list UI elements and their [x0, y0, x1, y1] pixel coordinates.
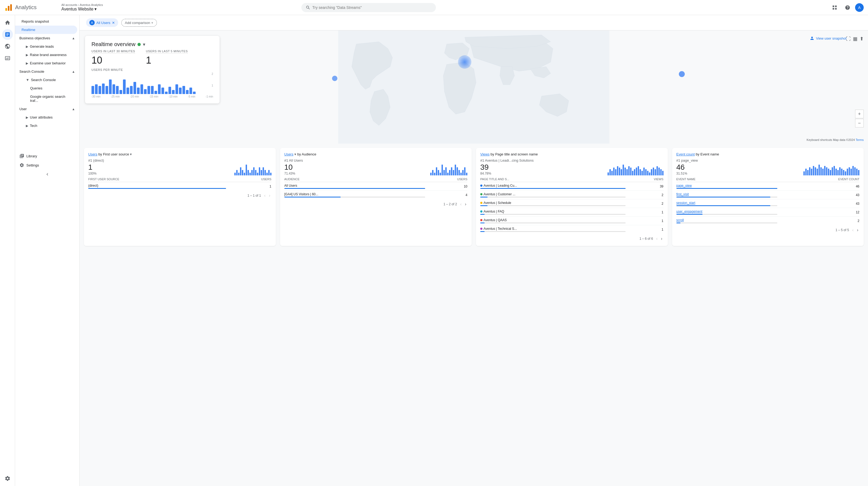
collapse-button[interactable]	[15, 170, 80, 179]
main-bar-chart	[91, 73, 213, 94]
mini-bar-24	[849, 167, 850, 175]
table-link[interactable]: first_visit	[676, 192, 689, 196]
map-footer: Keyboard shortcuts Map data ©2024 Terms	[807, 138, 864, 141]
realtime-item[interactable]: Realtime	[15, 26, 77, 34]
user-section[interactable]: User ▲	[15, 105, 80, 113]
mini-bar-21	[843, 170, 844, 175]
title-dropdown-icon[interactable]: ▾	[143, 41, 145, 48]
mini-bar-8	[818, 165, 820, 175]
table-row: [GA4] US Visitors | 60...4	[284, 191, 468, 199]
bar-19	[158, 84, 161, 94]
queries-item[interactable]: Queries	[15, 84, 77, 92]
mini-bar-3	[240, 167, 241, 175]
keyboard-shortcuts-link[interactable]: Keyboard shortcuts	[807, 138, 832, 141]
audience-prev-arrow[interactable]: ‹	[459, 201, 463, 207]
bar-14	[141, 84, 143, 94]
library-item[interactable]: Library	[15, 151, 80, 161]
table-link[interactable]: page_view	[676, 184, 692, 188]
mini-bar-2	[238, 173, 240, 175]
settings-item[interactable]: Settings	[15, 161, 80, 170]
table-cell-source: Aventus | Technical S...	[480, 225, 626, 234]
business-objectives-section[interactable]: Business objectives ▲	[15, 34, 80, 42]
page-title-next-arrow[interactable]: ›	[660, 236, 663, 242]
map-zoom-in-button[interactable]: +	[855, 110, 864, 118]
table-cell-value: 4	[425, 191, 467, 199]
mini-bar-17	[640, 169, 641, 175]
event-count-nav: ‹ ›	[851, 227, 859, 233]
event-count-top: #1 page_view 46 31.51%	[676, 159, 860, 175]
share-icon-button[interactable]: ⬆	[860, 36, 864, 42]
home-nav-button[interactable]	[2, 17, 13, 28]
next-arrow[interactable]: ›	[268, 193, 271, 199]
apps-icon-button[interactable]	[829, 2, 840, 13]
search-console-child-item[interactable]: ▼ Search Console	[15, 76, 77, 84]
advertising-nav-button[interactable]	[2, 53, 13, 64]
bar-16	[148, 86, 150, 94]
event-count-prev-arrow[interactable]: ‹	[851, 227, 855, 233]
reports-snapshot-item[interactable]: Reports snapshot	[15, 17, 77, 26]
user-avatar-button[interactable]: A	[855, 3, 864, 12]
page-title-footer: 1 – 6 of 6 ‹ ›	[480, 234, 663, 242]
audience-link[interactable]: Users	[284, 152, 293, 156]
mini-bar-9	[447, 173, 448, 175]
map-zoom-out-button[interactable]: −	[855, 119, 864, 127]
mini-bar-11	[824, 166, 826, 175]
search-console-section[interactable]: Search Console ▲	[15, 67, 80, 76]
mini-bar-6	[619, 168, 620, 175]
teal-dot	[480, 210, 483, 212]
property-selector[interactable]: Aventus Website ▾	[61, 6, 103, 11]
svg-line-4	[308, 8, 309, 9]
fullscreen-icon-button[interactable]: ⛶	[846, 36, 851, 42]
mini-bar-6	[815, 167, 816, 175]
settings-nav-button[interactable]	[2, 473, 13, 484]
explore-nav-button[interactable]	[2, 41, 13, 52]
view-snapshot-button[interactable]: View user snapshot	[810, 36, 846, 41]
table-row: Aventus | FAQ1	[480, 208, 663, 217]
audience-next-arrow[interactable]: ›	[464, 201, 467, 207]
mini-bar-17	[835, 169, 837, 175]
mini-bar-5	[813, 166, 814, 175]
user-attributes-item[interactable]: ▶ User attributes	[15, 113, 77, 121]
help-icon-button[interactable]	[842, 2, 853, 13]
bar-15	[144, 89, 147, 94]
first-user-source-rank: #1 (direct)	[88, 159, 104, 163]
tech-item[interactable]: ▶ Tech	[15, 121, 77, 130]
mini-bar-23	[847, 169, 848, 175]
mini-bar-0	[235, 173, 236, 175]
mini-bar-18	[464, 167, 465, 175]
chart-type-icon-button[interactable]: ▦	[853, 36, 858, 42]
reports-nav-button[interactable]	[2, 29, 13, 40]
page-title-prev-arrow[interactable]: ‹	[655, 236, 659, 242]
event-count-title: Event count by Event name	[676, 152, 860, 156]
terms-link[interactable]: Terms	[856, 138, 864, 141]
google-organic-item[interactable]: Google organic search traf...	[15, 92, 77, 105]
all-users-chip[interactable]: A All Users ✕	[86, 18, 118, 27]
page-title-link[interactable]: Views	[480, 152, 489, 156]
search-bar[interactable]	[301, 3, 436, 12]
table-link[interactable]: scroll	[676, 218, 684, 222]
mini-bar-2	[611, 171, 613, 175]
mini-bar-5	[617, 166, 618, 175]
search-input[interactable]	[312, 5, 432, 10]
prev-arrow[interactable]: ‹	[263, 193, 267, 199]
generate-leads-item[interactable]: ▶ Generate leads	[15, 42, 77, 51]
raise-brand-item[interactable]: ▶ Raise brand awareness	[15, 51, 77, 59]
progress-bar	[480, 205, 488, 206]
examine-behavior-item[interactable]: ▶ Examine user behavior	[15, 59, 77, 67]
add-comparison-button[interactable]: Add comparison +	[121, 19, 157, 27]
user-section-chevron: ▲	[72, 107, 75, 111]
mini-bar-28	[660, 169, 662, 175]
table-link[interactable]: session_start	[676, 201, 695, 205]
table-row: Aventus | Customer ...2	[480, 191, 663, 199]
table-source-text: Aventus | Customer ...	[484, 192, 515, 196]
table-source-text: Aventus | Leading Cu...	[484, 184, 517, 188]
table-cell-value: 2	[626, 191, 663, 199]
event-count-next-arrow[interactable]: ›	[856, 227, 859, 233]
event-count-card: Event count by Event name #1 page_view 4…	[672, 148, 864, 246]
bar-11	[130, 86, 133, 94]
table-link[interactable]: user_engagement	[676, 209, 703, 213]
map-controls: + −	[855, 110, 864, 127]
event-count-link[interactable]: Event count	[676, 152, 695, 156]
y-mid-label: 1	[212, 84, 213, 87]
first-user-source-link[interactable]: Users	[88, 152, 97, 156]
